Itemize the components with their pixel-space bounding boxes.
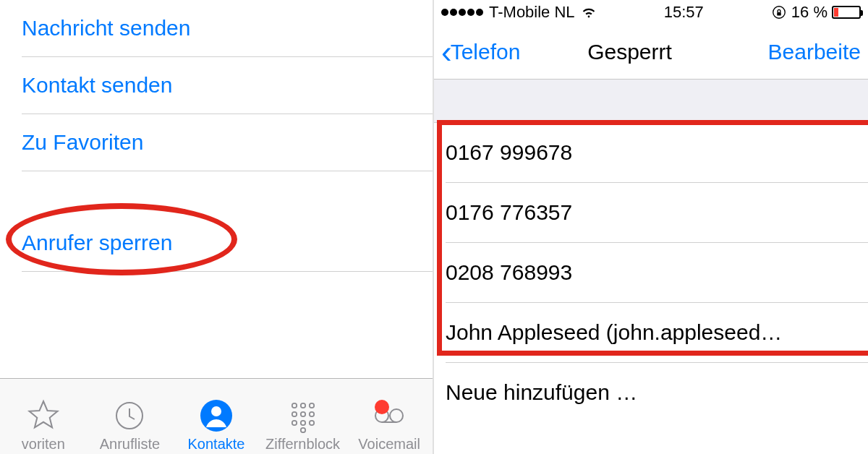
tab-label: Anrufliste — [100, 436, 160, 453]
signal-icon — [441, 9, 483, 16]
tab-label: Kontakte — [188, 436, 245, 453]
svg-point-9 — [292, 421, 296, 425]
block-caller-label: Anrufer sperren — [22, 231, 172, 254]
send-message-button[interactable]: Nachricht senden — [22, 0, 433, 57]
page-title: Gesperrt — [491, 40, 767, 64]
blocked-list: 0167 999678 0176 776357 0208 768993 John… — [434, 123, 868, 363]
carrier-label: T-Mobile NL — [489, 3, 575, 22]
blocked-entry[interactable]: 0176 776357 — [446, 183, 868, 243]
tab-label: Voicemail — [358, 436, 420, 453]
blocked-screen: T-Mobile NL 15:57 16 % ‹ Telefon Gesperr… — [433, 0, 868, 454]
add-favorite-button[interactable]: Zu Favoriten — [22, 114, 433, 171]
blocked-entry[interactable]: John Appleseed (john.appleseed… — [446, 303, 868, 363]
svg-point-6 — [292, 412, 296, 416]
nav-bar: ‹ Telefon Gesperrt Bearbeite — [434, 25, 868, 80]
svg-point-11 — [309, 421, 313, 425]
status-bar: T-Mobile NL 15:57 16 % — [434, 0, 868, 25]
svg-point-4 — [300, 403, 305, 408]
send-contact-button[interactable]: Kontakt senden — [22, 57, 433, 114]
battery-icon — [832, 6, 861, 19]
wifi-icon — [581, 6, 597, 19]
block-caller-button[interactable]: Anrufer sperren — [22, 215, 433, 272]
svg-point-3 — [292, 403, 296, 408]
contact-actions-screen: Nachricht senden Kontakt senden Zu Favor… — [0, 0, 433, 454]
svg-rect-17 — [777, 12, 781, 16]
svg-point-14 — [390, 409, 403, 422]
svg-point-12 — [300, 428, 305, 432]
tab-recents[interactable]: Anrufliste — [87, 398, 174, 453]
tab-voicemail[interactable]: Voicemail — [346, 398, 433, 453]
tab-contacts[interactable]: Kontakte — [173, 398, 260, 453]
clock-label: 15:57 — [597, 3, 771, 22]
keypad-icon — [286, 398, 320, 433]
tab-favorites[interactable]: voriten — [0, 398, 87, 453]
svg-point-2 — [211, 406, 221, 416]
section-gap — [434, 80, 868, 123]
blocked-entry[interactable]: 0167 999678 — [446, 123, 868, 183]
tab-keypad[interactable]: Ziffernblock — [260, 398, 346, 453]
person-icon — [199, 398, 234, 433]
battery-label: 16 % — [791, 3, 827, 22]
phone-tabbar: voriten Anrufliste Kontakte Zi — [0, 378, 433, 454]
clock-icon — [112, 398, 147, 433]
add-new-button[interactable]: Neue hinzufügen … — [446, 363, 868, 422]
svg-point-8 — [309, 412, 313, 416]
star-icon — [26, 398, 61, 433]
contact-actions-list: Nachricht senden Kontakt senden Zu Favor… — [0, 0, 433, 378]
blocked-entry[interactable]: 0208 768993 — [446, 243, 868, 303]
orientation-lock-icon — [771, 4, 787, 20]
svg-point-5 — [309, 403, 313, 408]
svg-point-7 — [300, 412, 305, 416]
edit-button[interactable]: Bearbeite — [768, 40, 861, 64]
tab-label: voriten — [22, 436, 65, 453]
svg-point-10 — [300, 421, 305, 425]
voicemail-icon — [372, 398, 407, 433]
tab-label: Ziffernblock — [265, 436, 340, 453]
